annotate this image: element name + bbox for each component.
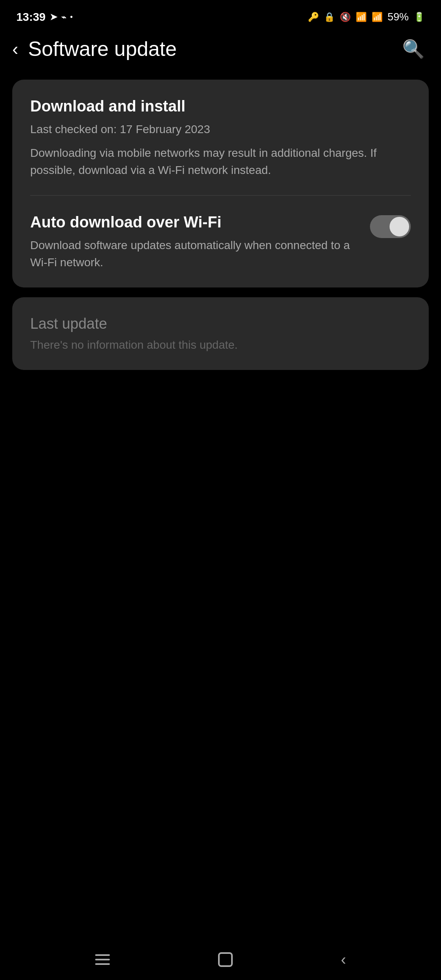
status-time-area: 13:39 ➤ ⌁ • (16, 11, 73, 24)
back-nav-icon: ‹ (341, 951, 346, 969)
auto-download-row: Auto download over Wi-Fi Download softwa… (30, 214, 411, 271)
bottom-navigation: ‹ (0, 939, 441, 980)
last-update-section: Last update There's no information about… (12, 297, 429, 370)
toggle-knob (390, 217, 409, 236)
recents-line-2 (95, 959, 110, 960)
network-icon: ⌁ (61, 12, 66, 22)
navigation-icon: ➤ (50, 12, 57, 22)
download-warning-text: Downloading via mobile networks may resu… (30, 145, 411, 179)
recents-line-1 (95, 954, 110, 956)
main-content: Download and install Last checked on: 17… (0, 71, 441, 378)
home-icon (218, 952, 233, 967)
recents-button[interactable] (95, 954, 110, 965)
auto-download-section: Auto download over Wi-Fi Download softwa… (12, 196, 429, 287)
key-icon: 🔑 (308, 12, 319, 22)
recents-icon (95, 954, 110, 965)
dot-indicator: • (70, 13, 73, 21)
last-checked-label: Last checked on: 17 February 2023 (30, 121, 411, 138)
last-update-title: Last update (30, 315, 411, 332)
auto-download-title: Auto download over Wi-Fi (30, 214, 362, 231)
time-display: 13:39 (16, 11, 46, 24)
top-navigation: ‹ Software update 🔍 (0, 31, 441, 71)
page-title: Software update (28, 37, 177, 61)
last-update-card: Last update There's no information about… (12, 297, 429, 370)
back-chevron-icon: ‹ (12, 39, 18, 59)
back-nav-button[interactable]: ‹ (341, 951, 346, 969)
back-button[interactable]: ‹ Software update (12, 37, 177, 61)
signal-icon: 📶 (372, 12, 383, 22)
auto-download-description: Download software updates automatically … (30, 237, 362, 271)
recents-line-3 (95, 963, 110, 965)
auto-download-toggle[interactable] (370, 215, 411, 238)
status-bar: 13:39 ➤ ⌁ • 🔑 🔒 🔇 📶 📶 59% 🔋 (0, 0, 441, 31)
mute-icon: 🔇 (340, 12, 351, 22)
battery-percent: 59% (388, 11, 409, 23)
home-button[interactable] (218, 952, 233, 967)
status-icons-area: 🔑 🔒 🔇 📶 📶 59% 🔋 (308, 11, 425, 23)
download-title: Download and install (30, 98, 411, 115)
search-button[interactable]: 🔍 (402, 38, 425, 60)
shield-icon: 🔒 (324, 12, 335, 22)
last-update-description: There's no information about this update… (30, 336, 411, 354)
battery-icon: 🔋 (414, 12, 425, 22)
download-section[interactable]: Download and install Last checked on: 17… (12, 80, 429, 195)
wifi-icon: 📶 (356, 12, 367, 22)
auto-download-text: Auto download over Wi-Fi Download softwa… (30, 214, 362, 271)
download-install-card: Download and install Last checked on: 17… (12, 80, 429, 287)
